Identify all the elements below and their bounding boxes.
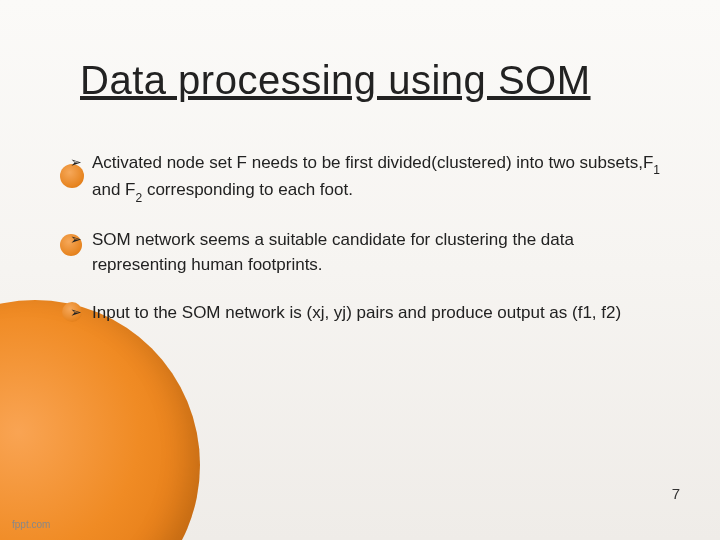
bullet-arrow-icon: ➢	[70, 152, 82, 173]
bullet-item: ➢ Input to the SOM network is (xj, yj) p…	[70, 300, 670, 326]
slide: Data processing using SOM ➢ Activated no…	[0, 0, 720, 540]
bullet-item: ➢ SOM network seems a suitable candidate…	[70, 227, 670, 278]
bullet-arrow-icon: ➢	[70, 302, 82, 323]
bullet-text: Input to the SOM network is (xj, yj) pai…	[92, 303, 621, 322]
bullet-text: Activated node set F needs to be first d…	[92, 153, 660, 199]
slide-body: ➢ Activated node set F needs to be first…	[70, 150, 670, 347]
slide-title: Data processing using SOM	[80, 58, 591, 103]
bullet-arrow-icon: ➢	[70, 229, 82, 250]
footer-logo: fppt.com	[12, 519, 50, 530]
bullet-item: ➢ Activated node set F needs to be first…	[70, 150, 670, 205]
bullet-text: SOM network seems a suitable candidate f…	[92, 230, 574, 275]
page-number: 7	[672, 485, 680, 502]
